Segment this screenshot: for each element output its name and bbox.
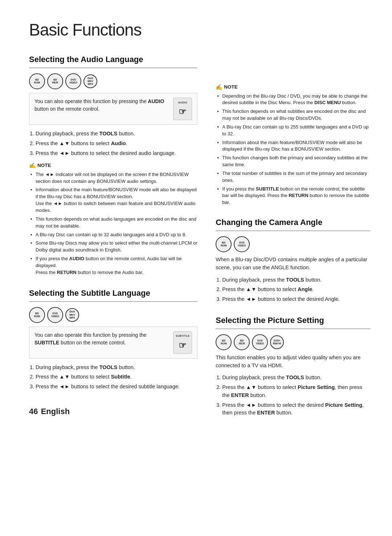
audio-note-label: NOTE — [37, 162, 51, 169]
page-number: 46 — [29, 407, 38, 416]
subtitle-note-7: If you press the SUBTITLE button on the … — [217, 186, 370, 206]
disc-icon-bdrom-pic: BDROM — [216, 334, 232, 350]
subtitle-language-title: Selecting the Subtitle Language — [29, 287, 197, 302]
audio-note-section: ✍ NOTE The ◄► indicator will not be disp… — [29, 161, 197, 276]
subtitle-note-header: ✍ NOTE — [216, 83, 370, 91]
disc-icon-bdrom: BDROM — [29, 73, 45, 89]
audio-step-1: During playback, press the TOOLS button. — [36, 130, 197, 138]
page-language: English — [41, 407, 70, 416]
audio-note-6: If you press the AUDIO button on the rem… — [30, 255, 197, 276]
audio-note-header: ✍ NOTE — [29, 161, 197, 170]
audio-note-1: The ◄► indicator will not be displayed o… — [30, 171, 197, 185]
section-subtitle-language: Selecting the Subtitle Language BDROM DV… — [29, 287, 197, 391]
section-audio-language: Selecting the Audio Language BDROM BDRE/… — [29, 53, 197, 276]
disc-icon-dvdvideo-cam: DVDVIDEO — [234, 236, 250, 252]
subtitle-note-1: Depending on the Blu-ray Disc / DVD, you… — [217, 93, 370, 107]
subtitle-note-5: This function changes both the primary a… — [217, 155, 370, 168]
section-picture-setting: Selecting the Picture Setting BDROM BDRE… — [216, 314, 370, 417]
camera-disc-icons: BDROM DVDVIDEO — [216, 236, 370, 252]
subtitle-step-3: Press the ◄► buttons to select the desir… — [36, 383, 197, 391]
disc-icon-bdrer-pic: BDRE/R — [234, 334, 250, 350]
page-number-section: 46 English — [29, 405, 197, 417]
audio-note-4: A Blu-ray Disc can contain up to 32 audi… — [30, 232, 197, 238]
disc-icon-dvdvideo: DVDVIDEO — [65, 73, 81, 89]
audio-info-box: You can also operate this function by pr… — [29, 93, 197, 125]
subtitle-step-2: Press the ▲▼ buttons to select Subtitle. — [36, 373, 197, 381]
disc-icon-divx-sub: DivXMKVMP4 — [65, 308, 79, 322]
picture-setting-title: Selecting the Picture Setting — [216, 314, 370, 329]
subtitle-note-3: A Blu-ray Disc can contain up to 255 sub… — [217, 124, 370, 138]
subtitle-info-text: You can also operate this function by pr… — [34, 331, 168, 347]
picture-steps: During playback, press the TOOLS button.… — [216, 374, 370, 417]
subtitle-note-2: This function depends on what subtitles … — [217, 108, 370, 122]
audio-note-list: The ◄► indicator will not be displayed o… — [29, 171, 197, 276]
audio-disc-icons: BDROM BDRE/R DVDVIDEO DivXMKVMP4 — [29, 73, 197, 89]
camera-step-3: Press the ◄► buttons to select the desir… — [222, 295, 370, 303]
picture-step-2: Press the ▲▼ buttons to select Picture S… — [222, 384, 370, 400]
audio-note-2: Information about the main feature/BONUS… — [30, 187, 197, 214]
page-title: Basic Functions — [29, 17, 370, 42]
note-icon: ✍ — [29, 161, 36, 170]
disc-icon-dvdrwr-pic: DVD+RW/+R — [270, 335, 284, 349]
subtitle-steps: During playback, press the TOOLS button.… — [29, 364, 197, 391]
picture-step-3: Press the ◄► buttons to select the desir… — [222, 401, 370, 417]
audio-step-2: Press the ▲▼ buttons to select Audio. — [36, 140, 197, 148]
disc-icon-divx: DivXMKVMP4 — [83, 74, 97, 88]
camera-step-2: Press the ▲▼ buttons to select Angle. — [222, 286, 370, 294]
audio-note-5: Some Blu-ray Discs may allow you to sele… — [30, 240, 197, 254]
subtitle-disc-icons: BDROM DVDVIDEO DivXMKVMP4 — [29, 307, 197, 323]
subtitle-note-list: Depending on the Blu-ray Disc / DVD, you… — [216, 93, 370, 206]
subtitle-note-6: The total number of subtitles is the sum… — [217, 170, 370, 184]
disc-icon-bdrom-cam: BDROM — [216, 236, 232, 252]
camera-angle-title: Changing the Camera Angle — [216, 216, 370, 231]
camera-steps: During playback, press the TOOLS button.… — [216, 276, 370, 303]
subtitle-note-label: NOTE — [224, 83, 238, 91]
audio-note-3: This function depends on what audio lang… — [30, 216, 197, 230]
audio-remote-button: AUDIO ☞ — [173, 98, 192, 120]
camera-angle-intro: When a Blu-ray Disc/DVD contains multipl… — [216, 256, 370, 272]
picture-setting-intro: This function enables you to adjust vide… — [216, 354, 370, 370]
disc-icon-bdrom-sub: BDROM — [29, 307, 45, 323]
disc-icon-dvdvideo-sub: DVDVIDEO — [47, 307, 63, 323]
camera-step-1: During playback, press the TOOLS button. — [222, 276, 370, 284]
audio-info-text: You can also operate this function by pr… — [34, 98, 168, 113]
subtitle-note-section: ✍ NOTE Depending on the Blu-ray Disc / D… — [216, 83, 370, 206]
picture-disc-icons: BDROM BDRE/R DVDVIDEO DVD+RW/+R — [216, 334, 370, 350]
section-camera-angle: Changing the Camera Angle BDROM DVDVIDEO… — [216, 216, 370, 303]
subtitle-info-box: You can also operate this function by pr… — [29, 327, 197, 359]
audio-step-3: Press the ◄► buttons to select the desir… — [36, 150, 197, 157]
subtitle-note-4: Information about the main feature/BONUS… — [217, 139, 370, 153]
subtitle-step-1: During playback, press the TOOLS button. — [36, 364, 197, 372]
audio-language-title: Selecting the Audio Language — [29, 53, 197, 68]
disc-icon-bdrer: BDRE/R — [47, 73, 63, 89]
subtitle-note-icon: ✍ — [216, 83, 222, 91]
audio-steps: During playback, press the TOOLS button.… — [29, 130, 197, 157]
subtitle-remote-button: SUBTITLE ☞ — [173, 331, 192, 354]
disc-icon-dvdvideo-pic: DVDVIDEO — [252, 334, 268, 350]
picture-step-1: During playback, press the TOOLS button. — [222, 374, 370, 382]
